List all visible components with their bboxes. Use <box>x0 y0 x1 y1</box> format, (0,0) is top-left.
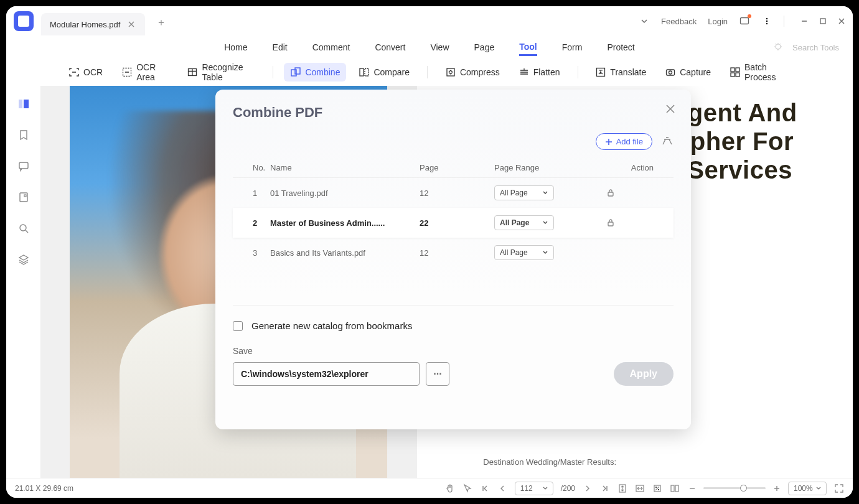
fit-percent-icon[interactable] <box>652 483 662 493</box>
svg-rect-11 <box>365 68 368 76</box>
tool-recognize-table[interactable]: Recognize Table <box>181 58 261 86</box>
main-area: lligent And rapher For y Services Destin… <box>6 86 853 478</box>
menu-page[interactable]: Page <box>474 40 495 55</box>
next-page-icon[interactable] <box>583 483 593 493</box>
more-icon[interactable] <box>761 16 772 27</box>
first-page-icon[interactable] <box>480 483 490 493</box>
table-row[interactable]: 3 Basics and Its Variants.pdf 12 All Pag… <box>233 238 674 268</box>
close-button[interactable] <box>838 17 845 25</box>
add-file-button[interactable]: Add file <box>596 133 652 150</box>
clear-list-icon[interactable] <box>661 136 674 148</box>
apply-button[interactable]: Apply <box>614 362 674 386</box>
tab-close-icon[interactable] <box>126 19 136 29</box>
menu-edit[interactable]: Edit <box>273 40 288 55</box>
lock-icon <box>606 189 654 197</box>
sidebar <box>6 86 41 478</box>
message-icon[interactable] <box>739 16 750 27</box>
lightbulb-icon[interactable] <box>772 42 784 53</box>
catalog-label: Generate new catalog from bookmarks <box>251 320 412 331</box>
zoom-in-icon[interactable] <box>772 483 782 493</box>
col-range: Page Range <box>494 163 606 172</box>
chevron-down-icon[interactable] <box>639 16 650 27</box>
menu-view[interactable]: View <box>430 40 449 55</box>
feedback-link[interactable]: Feedback <box>661 17 697 26</box>
menu-comment[interactable]: Comment <box>312 40 350 55</box>
page-number-input[interactable]: 112 <box>515 482 553 495</box>
zoom-out-icon[interactable] <box>687 483 697 493</box>
page-range-select[interactable]: All Page <box>494 245 554 260</box>
layers-icon[interactable] <box>17 253 31 266</box>
svg-point-32 <box>658 489 659 490</box>
zoom-input[interactable]: 100% <box>788 482 827 495</box>
tool-compare[interactable]: Compare <box>352 63 416 82</box>
comment-icon[interactable] <box>17 159 31 173</box>
batch-icon <box>730 67 741 78</box>
tool-capture[interactable]: Capture <box>659 63 717 82</box>
menu-convert[interactable]: Convert <box>375 40 405 55</box>
col-page: Page <box>420 163 494 172</box>
menu-home[interactable]: Home <box>224 40 247 55</box>
bookmark-icon[interactable] <box>17 128 31 142</box>
fullscreen-icon[interactable] <box>834 483 844 493</box>
tool-batch-process[interactable]: Batch Process <box>723 58 797 86</box>
dialog-title: Combine PDF <box>233 105 674 121</box>
flatten-icon <box>519 67 530 78</box>
fit-width-icon[interactable] <box>635 483 645 493</box>
tool-ocr-area[interactable]: OCR Area <box>115 58 174 86</box>
tool-ocr[interactable]: OCR <box>62 63 109 82</box>
hand-tool-icon[interactable] <box>445 483 455 493</box>
svg-point-5 <box>776 44 781 49</box>
menu-form[interactable]: Form <box>562 40 583 55</box>
page-total: /200 <box>561 484 575 493</box>
last-page-icon[interactable] <box>600 483 610 493</box>
svg-rect-9 <box>295 68 300 74</box>
svg-point-3 <box>766 23 767 24</box>
fit-height-icon[interactable] <box>617 483 627 493</box>
svg-rect-24 <box>24 195 26 197</box>
svg-point-25 <box>20 225 26 231</box>
lock-icon <box>606 218 654 227</box>
svg-point-31 <box>655 487 657 488</box>
document-tab[interactable]: Modular Homes.pdf <box>41 13 145 35</box>
svg-rect-23 <box>20 193 27 202</box>
zoom-slider[interactable] <box>703 487 766 489</box>
svg-rect-26 <box>608 192 613 196</box>
svg-rect-4 <box>820 19 825 24</box>
tool-flatten[interactable]: Flatten <box>512 63 566 82</box>
catalog-checkbox[interactable] <box>233 321 243 331</box>
svg-rect-10 <box>360 68 364 76</box>
app-logo[interactable] <box>14 11 34 31</box>
ocr-area-icon <box>121 67 133 78</box>
tool-translate[interactable]: Translate <box>589 63 652 82</box>
svg-rect-34 <box>675 485 678 492</box>
thumbnails-icon[interactable] <box>17 97 31 111</box>
app-window: Modular Homes.pdf ＋ Feedback Login <box>6 6 853 498</box>
search-icon[interactable] <box>17 222 31 235</box>
view-mode-icon[interactable] <box>670 483 680 493</box>
select-tool-icon[interactable] <box>462 483 472 493</box>
new-tab-button[interactable]: ＋ <box>156 16 166 29</box>
page-range-select[interactable]: All Page <box>494 185 554 200</box>
login-link[interactable]: Login <box>708 17 728 26</box>
svg-rect-12 <box>447 68 454 76</box>
browse-button[interactable]: ··· <box>426 362 449 386</box>
minimize-button[interactable] <box>800 17 808 25</box>
menu-protect[interactable]: Protect <box>607 40 634 55</box>
tool-compress[interactable]: Compress <box>439 63 506 82</box>
search-tools-input[interactable]: Search Tools <box>792 43 839 52</box>
document-viewport[interactable]: lligent And rapher For y Services Destin… <box>41 86 853 478</box>
svg-rect-22 <box>19 162 28 169</box>
titlebar: Modular Homes.pdf ＋ Feedback Login <box>6 6 853 36</box>
menu-tool[interactable]: Tool <box>519 39 537 56</box>
svg-rect-18 <box>731 73 735 77</box>
tool-combine[interactable]: Combine <box>284 63 346 82</box>
attachment-icon[interactable] <box>17 190 31 204</box>
page-range-select[interactable]: All Page <box>494 215 554 230</box>
save-path-input[interactable]: C:\windows\system32\explorer <box>233 362 420 386</box>
maximize-button[interactable] <box>819 17 827 25</box>
compare-icon <box>359 67 370 78</box>
table-row[interactable]: 2 Master of Business Admin...... 22 All … <box>233 208 674 238</box>
dialog-close-button[interactable] <box>665 103 676 114</box>
prev-page-icon[interactable] <box>497 483 507 493</box>
table-row[interactable]: 1 01 Traveling.pdf 12 All Page <box>233 178 674 208</box>
